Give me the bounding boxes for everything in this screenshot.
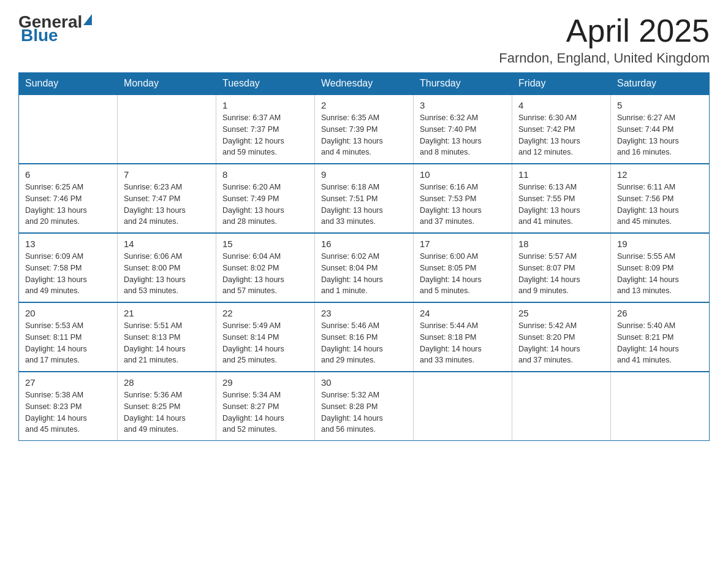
day-number: 22	[222, 308, 308, 318]
day-info: Sunrise: 6:20 AM Sunset: 7:49 PM Dayligh…	[222, 182, 308, 228]
calendar-cell: 30Sunrise: 5:32 AM Sunset: 8:28 PM Dayli…	[315, 372, 414, 441]
calendar-cell: 27Sunrise: 5:38 AM Sunset: 8:23 PM Dayli…	[19, 372, 118, 441]
calendar-day-header: Saturday	[611, 73, 710, 95]
day-number: 13	[25, 239, 111, 249]
calendar-day-header: Tuesday	[216, 73, 315, 95]
calendar-day-header: Friday	[512, 73, 611, 95]
calendar-cell: 1Sunrise: 6:37 AM Sunset: 7:37 PM Daylig…	[216, 94, 315, 164]
day-number: 20	[25, 308, 111, 318]
day-number: 23	[321, 308, 407, 318]
calendar-cell: 12Sunrise: 6:11 AM Sunset: 7:56 PM Dayli…	[611, 164, 710, 233]
day-number: 9	[321, 169, 407, 180]
day-info: Sunrise: 5:55 AM Sunset: 8:09 PM Dayligh…	[617, 251, 703, 297]
day-number: 19	[617, 239, 703, 249]
calendar-cell: 17Sunrise: 6:00 AM Sunset: 8:05 PM Dayli…	[414, 233, 512, 302]
day-number: 2	[321, 100, 407, 110]
calendar-cell: 4Sunrise: 6:30 AM Sunset: 7:42 PM Daylig…	[512, 94, 611, 164]
calendar-cell: 20Sunrise: 5:53 AM Sunset: 8:11 PM Dayli…	[19, 302, 118, 372]
day-number: 12	[617, 169, 703, 180]
location-title: Farndon, England, United Kingdom	[499, 50, 710, 66]
calendar-week-row: 27Sunrise: 5:38 AM Sunset: 8:23 PM Dayli…	[19, 372, 710, 441]
day-info: Sunrise: 6:04 AM Sunset: 8:02 PM Dayligh…	[222, 251, 308, 297]
calendar-cell	[118, 94, 216, 164]
calendar-cell	[611, 372, 710, 441]
day-info: Sunrise: 6:09 AM Sunset: 7:58 PM Dayligh…	[25, 251, 111, 297]
day-number: 26	[617, 308, 703, 318]
day-info: Sunrise: 6:02 AM Sunset: 8:04 PM Dayligh…	[321, 251, 407, 297]
day-number: 17	[420, 239, 506, 249]
calendar-cell: 13Sunrise: 6:09 AM Sunset: 7:58 PM Dayli…	[19, 233, 118, 302]
day-info: Sunrise: 6:32 AM Sunset: 7:40 PM Dayligh…	[420, 112, 506, 158]
calendar-header-row: SundayMondayTuesdayWednesdayThursdayFrid…	[19, 73, 710, 95]
day-number: 30	[321, 377, 407, 388]
day-number: 28	[124, 377, 210, 388]
day-info: Sunrise: 5:53 AM Sunset: 8:11 PM Dayligh…	[25, 320, 111, 366]
day-info: Sunrise: 5:40 AM Sunset: 8:21 PM Dayligh…	[617, 320, 703, 366]
day-info: Sunrise: 6:06 AM Sunset: 8:00 PM Dayligh…	[124, 251, 210, 297]
day-info: Sunrise: 5:44 AM Sunset: 8:18 PM Dayligh…	[420, 320, 506, 366]
calendar-cell: 15Sunrise: 6:04 AM Sunset: 8:02 PM Dayli…	[216, 233, 315, 302]
calendar-cell	[19, 94, 118, 164]
calendar-cell: 2Sunrise: 6:35 AM Sunset: 7:39 PM Daylig…	[315, 94, 414, 164]
day-info: Sunrise: 6:13 AM Sunset: 7:55 PM Dayligh…	[518, 182, 604, 228]
day-info: Sunrise: 5:34 AM Sunset: 8:27 PM Dayligh…	[222, 389, 308, 435]
day-info: Sunrise: 6:30 AM Sunset: 7:42 PM Dayligh…	[518, 112, 604, 158]
calendar-cell: 3Sunrise: 6:32 AM Sunset: 7:40 PM Daylig…	[414, 94, 512, 164]
calendar-cell: 24Sunrise: 5:44 AM Sunset: 8:18 PM Dayli…	[414, 302, 512, 372]
title-block: April 2025 Farndon, England, United King…	[499, 12, 710, 66]
day-number: 7	[124, 169, 210, 180]
page-header: General Blue April 2025 Farndon, England…	[18, 12, 710, 66]
day-info: Sunrise: 6:25 AM Sunset: 7:46 PM Dayligh…	[25, 182, 111, 228]
calendar-cell	[414, 372, 512, 441]
day-info: Sunrise: 5:38 AM Sunset: 8:23 PM Dayligh…	[25, 389, 111, 435]
day-number: 4	[518, 100, 604, 110]
day-info: Sunrise: 6:27 AM Sunset: 7:44 PM Dayligh…	[617, 112, 703, 158]
day-number: 16	[321, 239, 407, 249]
day-number: 29	[222, 377, 308, 388]
day-info: Sunrise: 6:11 AM Sunset: 7:56 PM Dayligh…	[617, 182, 703, 228]
day-info: Sunrise: 5:49 AM Sunset: 8:14 PM Dayligh…	[222, 320, 308, 366]
calendar-cell: 25Sunrise: 5:42 AM Sunset: 8:20 PM Dayli…	[512, 302, 611, 372]
day-info: Sunrise: 5:46 AM Sunset: 8:16 PM Dayligh…	[321, 320, 407, 366]
calendar-cell: 6Sunrise: 6:25 AM Sunset: 7:46 PM Daylig…	[19, 164, 118, 233]
logo-blue-text: Blue	[18, 26, 58, 45]
calendar-cell: 23Sunrise: 5:46 AM Sunset: 8:16 PM Dayli…	[315, 302, 414, 372]
calendar-cell: 7Sunrise: 6:23 AM Sunset: 7:47 PM Daylig…	[118, 164, 216, 233]
day-info: Sunrise: 5:32 AM Sunset: 8:28 PM Dayligh…	[321, 389, 407, 435]
logo-triangle-icon	[83, 14, 92, 25]
day-number: 1	[222, 100, 308, 110]
day-number: 25	[518, 308, 604, 318]
day-number: 6	[25, 169, 111, 180]
day-number: 11	[518, 169, 604, 180]
calendar-cell: 21Sunrise: 5:51 AM Sunset: 8:13 PM Dayli…	[118, 302, 216, 372]
calendar-cell: 14Sunrise: 6:06 AM Sunset: 8:00 PM Dayli…	[118, 233, 216, 302]
day-number: 27	[25, 377, 111, 388]
calendar-week-row: 1Sunrise: 6:37 AM Sunset: 7:37 PM Daylig…	[19, 94, 710, 164]
calendar-day-header: Sunday	[19, 73, 118, 95]
day-info: Sunrise: 6:00 AM Sunset: 8:05 PM Dayligh…	[420, 251, 506, 297]
calendar-cell: 16Sunrise: 6:02 AM Sunset: 8:04 PM Dayli…	[315, 233, 414, 302]
month-title: April 2025	[499, 12, 710, 49]
day-info: Sunrise: 5:57 AM Sunset: 8:07 PM Dayligh…	[518, 251, 604, 297]
day-info: Sunrise: 5:36 AM Sunset: 8:25 PM Dayligh…	[124, 389, 210, 435]
calendar-week-row: 6Sunrise: 6:25 AM Sunset: 7:46 PM Daylig…	[19, 164, 710, 233]
calendar-day-header: Monday	[118, 73, 216, 95]
calendar-table: SundayMondayTuesdayWednesdayThursdayFrid…	[18, 72, 710, 441]
calendar-cell	[512, 372, 611, 441]
calendar-cell: 10Sunrise: 6:16 AM Sunset: 7:53 PM Dayli…	[414, 164, 512, 233]
logo: General Blue	[18, 12, 93, 45]
calendar-cell: 29Sunrise: 5:34 AM Sunset: 8:27 PM Dayli…	[216, 372, 315, 441]
day-number: 3	[420, 100, 506, 110]
calendar-cell: 9Sunrise: 6:18 AM Sunset: 7:51 PM Daylig…	[315, 164, 414, 233]
calendar-cell: 8Sunrise: 6:20 AM Sunset: 7:49 PM Daylig…	[216, 164, 315, 233]
calendar-cell: 26Sunrise: 5:40 AM Sunset: 8:21 PM Dayli…	[611, 302, 710, 372]
day-number: 10	[420, 169, 506, 180]
calendar-week-row: 20Sunrise: 5:53 AM Sunset: 8:11 PM Dayli…	[19, 302, 710, 372]
calendar-cell: 19Sunrise: 5:55 AM Sunset: 8:09 PM Dayli…	[611, 233, 710, 302]
day-number: 8	[222, 169, 308, 180]
day-number: 21	[124, 308, 210, 318]
calendar-cell: 11Sunrise: 6:13 AM Sunset: 7:55 PM Dayli…	[512, 164, 611, 233]
calendar-week-row: 13Sunrise: 6:09 AM Sunset: 7:58 PM Dayli…	[19, 233, 710, 302]
day-info: Sunrise: 6:18 AM Sunset: 7:51 PM Dayligh…	[321, 182, 407, 228]
calendar-cell: 22Sunrise: 5:49 AM Sunset: 8:14 PM Dayli…	[216, 302, 315, 372]
